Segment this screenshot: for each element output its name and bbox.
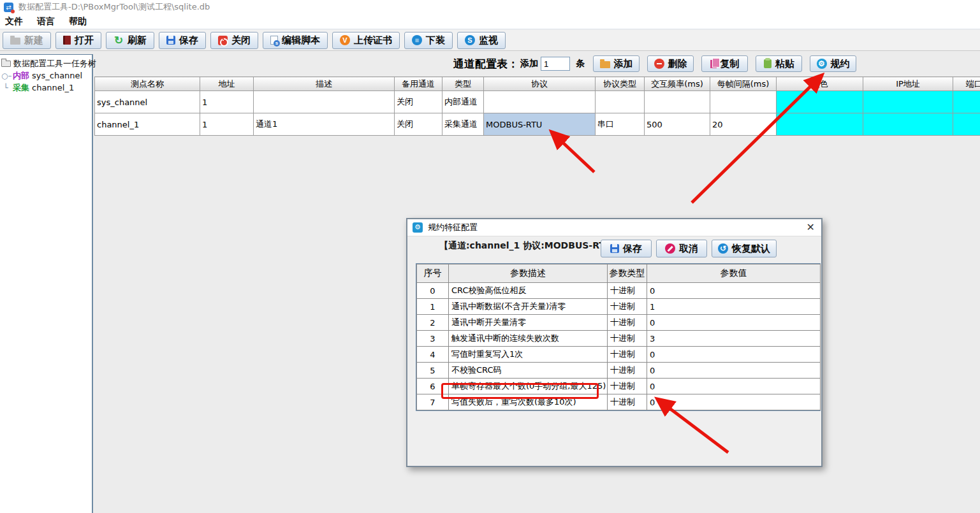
menu-language[interactable]: 语言	[37, 16, 55, 27]
cell-freq[interactable]: 500	[645, 113, 710, 136]
cell-color[interactable]	[777, 91, 863, 113]
cell-param-type[interactable]: 十进制	[608, 347, 647, 363]
task-tree-panel: 数据配置工具一任务树 ○– 内部 sys_channel └ 采集 channe…	[0, 54, 93, 513]
cell-param-value[interactable]: 3	[647, 331, 821, 347]
cell-param-value[interactable]: 0	[647, 379, 821, 394]
cell-no[interactable]: 2	[417, 315, 449, 331]
cell-ptype[interactable]	[596, 91, 645, 113]
main-toolbar: 新建 打开 ↻ 刷新 保存 关闭 编辑脚本 V 上传证书 ≡ 下装	[0, 30, 980, 51]
cell-param-desc-highlighted[interactable]: 单帧寄存器最大个数(0手动分组,最大125)	[449, 379, 608, 394]
cell-no[interactable]: 7	[417, 394, 449, 410]
close-button[interactable]: 关闭	[210, 32, 258, 49]
cell-interval[interactable]	[710, 91, 777, 113]
edit-script-button[interactable]: 编辑脚本	[263, 32, 328, 49]
cell-no[interactable]: 4	[417, 347, 449, 363]
download-button[interactable]: ≡ 下装	[404, 32, 453, 49]
cell-no[interactable]: 5	[417, 363, 449, 379]
cell-param-desc[interactable]: 触发通讯中断的连续失败次数	[449, 331, 608, 347]
cell-interval[interactable]: 20	[710, 113, 777, 136]
cell-no[interactable]: 3	[417, 331, 449, 347]
cell-param-desc[interactable]: 通讯中断数据(不含开关量)清零	[449, 299, 608, 315]
col-header: 测点名称	[95, 77, 200, 91]
tree-item-name: sys_channel	[32, 71, 82, 80]
delete-icon	[654, 59, 664, 69]
dialog-gear-icon: ⚙	[413, 222, 423, 233]
cell-no[interactable]: 0	[417, 283, 449, 299]
parameter-table: 序号 参数描述 参数类型 参数值 0 CRC校验高低位相反 十进制 0 1 通讯…	[416, 263, 821, 411]
cell-no[interactable]: 6	[417, 379, 449, 394]
save-button[interactable]: 保存	[159, 32, 206, 49]
cell-param-desc[interactable]: 通讯中断开关量清零	[449, 315, 608, 331]
cell-port[interactable]	[953, 113, 980, 136]
add-row-button[interactable]: 添加	[593, 55, 640, 72]
cell-param-type[interactable]: 十进制	[608, 331, 647, 347]
cell-backup[interactable]: 关闭	[395, 113, 442, 136]
cell-param-type[interactable]: 十进制	[608, 363, 647, 379]
cell-param-type[interactable]: 十进制	[608, 299, 647, 315]
new-button-label: 新建	[24, 34, 43, 47]
dialog-close-icon[interactable]: ✕	[807, 222, 815, 233]
menu-file[interactable]: 文件	[5, 16, 23, 27]
cell-param-value[interactable]: 1	[647, 299, 821, 315]
cell-protocol-selected[interactable]: MODBUS-RTU	[484, 113, 596, 136]
delete-row-button[interactable]: 删除	[647, 55, 694, 72]
cell-desc[interactable]: 通道1	[254, 113, 395, 136]
open-button[interactable]: 打开	[55, 32, 101, 49]
dialog-cancel-button[interactable]: 取消	[656, 240, 707, 257]
cell-param-type[interactable]: 十进制	[608, 379, 647, 394]
cell-param-value[interactable]: 0	[647, 283, 821, 299]
tree-node-icon: ○–	[1, 71, 10, 80]
cell-freq[interactable]	[645, 91, 710, 113]
app-icon: ⇄	[4, 3, 13, 12]
menu-help[interactable]: 帮助	[69, 16, 87, 27]
save-floppy-icon	[166, 36, 175, 45]
new-button[interactable]: 新建	[3, 32, 51, 49]
upload-cert-button[interactable]: V 上传证书	[332, 32, 400, 49]
cell-ip[interactable]	[863, 113, 953, 136]
cell-type[interactable]: 内部通道	[442, 91, 484, 113]
col-header: 每帧间隔(ms)	[710, 77, 777, 91]
cell-param-desc[interactable]: 写值时重复写入1次	[449, 347, 608, 363]
cell-color[interactable]	[777, 113, 863, 136]
protocol-button[interactable]: ⚙ 规约	[810, 55, 856, 72]
close-button-label: 关闭	[231, 34, 251, 47]
cell-name[interactable]: channel_1	[95, 113, 200, 136]
cell-param-desc[interactable]: 写值失败后，重写次数(最多10次)	[449, 394, 608, 410]
cell-no[interactable]: 1	[417, 299, 449, 315]
cell-param-type[interactable]: 十进制	[608, 394, 647, 410]
cell-desc[interactable]	[254, 91, 395, 113]
col-header: 参数值	[647, 264, 821, 283]
cell-protocol[interactable]	[484, 91, 596, 113]
cell-ptype[interactable]: 串口	[596, 113, 645, 136]
cell-param-type[interactable]: 十进制	[608, 283, 647, 299]
table-row: sys_channel 1 关闭 内部通道	[95, 91, 980, 113]
cell-param-value[interactable]: 0	[647, 315, 821, 331]
copy-icon	[710, 60, 717, 68]
cell-param-value[interactable]: 0	[647, 394, 821, 410]
cell-type[interactable]: 采集通道	[442, 113, 484, 136]
dialog-save-button[interactable]: 保存	[601, 240, 652, 257]
cell-addr[interactable]: 1	[200, 91, 254, 113]
protocol-config-dialog: ⚙ 规约特征配置 ✕ 【通道:channel_1 协议:MODBUS-RTU】 …	[406, 218, 823, 467]
paste-button[interactable]: 粘贴	[756, 55, 802, 72]
tree-item-sys-channel[interactable]: ○– 内部 sys_channel	[1, 69, 91, 82]
tree-item-channel-1[interactable]: └ 采集 channel_1	[1, 82, 91, 94]
upload-cert-button-label: 上传证书	[354, 34, 392, 47]
col-header: 协议	[484, 77, 596, 91]
cell-addr[interactable]: 1	[200, 113, 254, 136]
copy-button[interactable]: 复制	[701, 55, 748, 72]
cell-backup[interactable]: 关闭	[395, 91, 442, 113]
cell-param-value[interactable]: 0	[647, 363, 821, 379]
dialog-restore-default-button[interactable]: ↺ 恢复默认	[712, 240, 777, 257]
cell-param-value[interactable]: 0	[647, 347, 821, 363]
monitor-button[interactable]: S 监视	[457, 32, 506, 49]
cell-param-desc[interactable]: CRC校验高低位相反	[449, 283, 608, 299]
cell-param-type[interactable]: 十进制	[608, 315, 647, 331]
refresh-button[interactable]: ↻ 刷新	[106, 32, 154, 49]
cell-port[interactable]	[953, 91, 980, 113]
cell-name[interactable]: sys_channel	[95, 91, 200, 113]
tree-root[interactable]: 数据配置工具一任务树	[1, 57, 91, 69]
cell-ip[interactable]	[863, 91, 953, 113]
add-count-input[interactable]	[541, 57, 570, 71]
cell-param-desc[interactable]: 不校验CRC码	[449, 363, 608, 379]
